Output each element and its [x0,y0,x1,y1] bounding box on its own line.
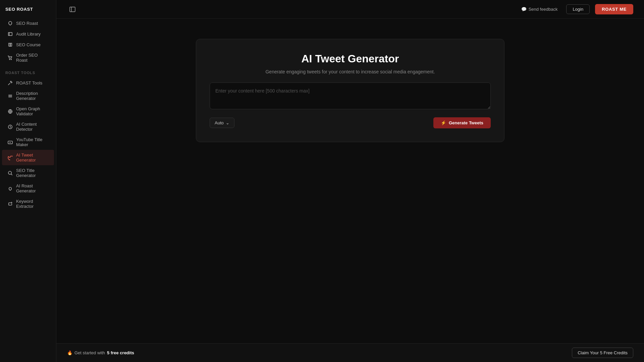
roast-icon [7,186,13,191]
sidebar-label-ai-roast-generator: AI Roast Generator [16,183,49,193]
youtube-icon [7,139,13,145]
sidebar-item-ai-tweet-generator[interactable]: AI Tweet Generator [2,150,54,165]
chevron-down-icon: ⌄ [226,120,229,125]
content-textarea[interactable] [210,82,491,109]
sidebar-item-seo-title-generator[interactable]: SEO Title Generator [2,165,54,181]
svg-point-3 [11,59,11,60]
footer-bar: 🔥 Get started with 5 free credits Claim … [56,343,644,362]
roastme-button[interactable]: ROAST ME [595,4,633,14]
svg-marker-10 [9,142,11,143]
tools-section-label: ROAST Tools [0,66,56,77]
sidebar-label-seo-course: SEO Course [16,42,41,47]
sidebar-item-order-seo-roast[interactable]: Order SEO Roast [2,50,54,65]
auto-label: Auto [215,120,224,125]
generate-icon: ⚡ [441,120,446,125]
sidebar-label-keyword-extractor: Keyword Extractor [16,199,49,209]
sidebar-item-keyword-extractor[interactable]: Keyword Extractor [2,196,54,212]
sidebar-label-seo-title-generator: SEO Title Generator [16,168,49,178]
sidebar-item-ai-content-detector[interactable]: AI Content Detector [2,119,54,134]
sidebar-label-roast-tools: ROAST Tools [16,80,42,85]
auto-select-button[interactable]: Auto ⌄ [210,118,234,128]
card-actions: Auto ⌄ ⚡ Generate Tweets [210,117,491,128]
keyword-icon [7,201,13,206]
book-icon [7,42,13,47]
sidebar-label-ai-tweet-generator: AI Tweet Generator [16,153,49,163]
sidebar-label-youtube-title-maker: YouTube Title Maker [16,137,49,147]
sidebar-label-seo-roast: SEO Roast [16,21,38,26]
generate-label: Generate Tweets [449,120,483,125]
credits-highlight: 5 free credits [107,350,134,355]
sidebar-label-audit-library: Audit Library [16,32,41,37]
sidebar-label-open-graph-validator: Open Graph Validator [16,106,49,116]
brand-label: SEO ROAST [0,5,56,17]
detector-icon [7,124,13,129]
sidebar-item-description-generator[interactable]: Description Generator [2,88,54,104]
sidebar-item-youtube-title-maker[interactable]: YouTube Title Maker [2,134,54,150]
sidebar-item-roast-tools[interactable]: ROAST Tools [2,77,54,88]
fire-icon: 🔥 [67,350,72,355]
svg-rect-15 [70,7,75,12]
sidebar-item-ai-roast-generator[interactable]: AI Roast Generator [2,181,54,196]
svg-line-12 [11,174,12,175]
sidebar-label-description-generator: Description Generator [16,91,49,101]
feedback-icon: 💬 [521,7,527,12]
library-icon [7,31,13,37]
generate-tweets-button[interactable]: ⚡ Generate Tweets [433,117,491,128]
generator-subtitle: Generate engaging tweets for your conten… [265,69,435,74]
main-content: 💬 Send feedback Login ROAST ME AI Tweet … [56,0,644,362]
feedback-label: Send feedback [529,7,558,12]
seo-icon [7,170,13,176]
footer-prefix: Get started with [74,350,105,355]
sidebar-toggle-button[interactable] [67,4,78,15]
footer-credits: 🔥 Get started with 5 free credits [67,350,134,355]
generator-title: AI Tweet Generator [301,53,399,65]
send-feedback-button[interactable]: 💬 Send feedback [518,5,561,14]
topbar-right: 💬 Send feedback Login ROAST ME [518,4,633,14]
sidebar-label-ai-content-detector: AI Content Detector [16,122,49,132]
svg-point-2 [9,59,10,60]
globe-icon [7,109,13,114]
topbar-left [67,4,78,15]
tools-icon [7,80,13,85]
claim-credits-button[interactable]: Claim Your 5 Free Credits [572,348,633,358]
sidebar-label-order-seo-roast: Order SEO Roast [16,53,49,63]
flame-icon [7,20,13,26]
generator-card: AI Tweet Generator Generate engaging twe… [196,39,504,142]
content-area: AI Tweet Generator Generate engaging twe… [56,19,644,362]
cart-icon [7,55,13,60]
list-icon [7,93,13,99]
sidebar-item-seo-roast[interactable]: SEO Roast [2,18,54,28]
sidebar-item-audit-library[interactable]: Audit Library [2,28,54,39]
sidebar: SEO ROAST SEO RoastAudit LibrarySEO Cour… [0,0,56,362]
sidebar-item-seo-course[interactable]: SEO Course [2,39,54,50]
sidebar-item-open-graph-validator[interactable]: Open Graph Validator [2,104,54,119]
tweet-icon [7,155,13,160]
login-button[interactable]: Login [566,4,590,14]
topbar: 💬 Send feedback Login ROAST ME [56,0,644,19]
svg-rect-0 [8,32,12,35]
